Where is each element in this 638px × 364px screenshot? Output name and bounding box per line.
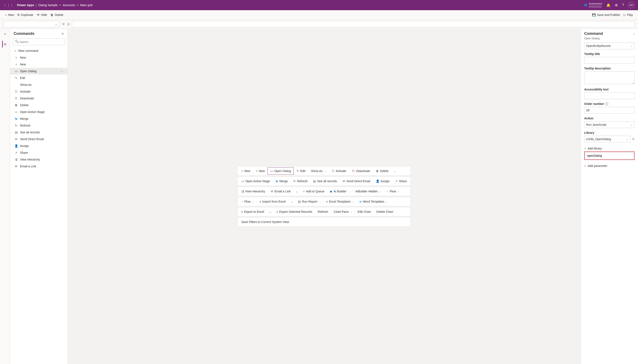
bar-button[interactable]: ▤See all records: [310, 178, 340, 185]
bar-button[interactable]: xExport to Excel: [239, 208, 267, 215]
bar-button[interactable]: +New: [239, 167, 253, 174]
environment-picker[interactable]: 🌐 Environment: [584, 2, 602, 8]
crumb-2[interactable]: Main grid: [80, 4, 93, 7]
chevron-down-icon: ⌄: [350, 211, 352, 213]
command-item[interactable]: ✉Email a Link: [10, 163, 67, 170]
edit-library-icon[interactable]: ✎: [632, 138, 634, 141]
bar-button[interactable]: Show As⌄: [308, 167, 329, 174]
bar-button[interactable]: ▤Run Report⌄: [295, 198, 323, 205]
app-launcher-icon[interactable]: ⋮⋮⋮: [2, 2, 15, 9]
bar-button-icon: ✉: [271, 190, 273, 193]
command-item[interactable]: ▭Open Active Stage: [10, 108, 67, 115]
bar-button[interactable]: 🗋Deactivate: [349, 167, 373, 174]
info-icon[interactable]: i: [605, 102, 608, 105]
bar-button[interactable]: ✉Send Direct Email: [340, 178, 373, 185]
more-icon[interactable]: ⋯: [60, 70, 63, 73]
order-number-input[interactable]: [584, 107, 634, 114]
bar-button[interactable]: xExcel Templates⌄: [323, 198, 357, 205]
command-item[interactable]: ↹Merge: [10, 115, 67, 122]
command-item[interactable]: +New: [10, 54, 67, 61]
command-item[interactable]: ✎Edit: [10, 74, 67, 81]
bar-button[interactable]: ~Flow⌄: [384, 188, 402, 195]
bar-button[interactable]: Save Filters to Current System View: [239, 218, 292, 226]
crumb-1[interactable]: Accounts: [63, 4, 75, 7]
bar-button[interactable]: xExport Selected Records: [274, 208, 315, 215]
formula-input[interactable]: [72, 21, 634, 28]
command-item[interactable]: 👤Assign: [10, 142, 67, 149]
bar-button[interactable]: 🗋Activate: [329, 167, 349, 174]
overflow-chevron[interactable]: ⌄: [267, 208, 274, 215]
properties-subtitle: Open Dialog: [581, 37, 638, 42]
command-item[interactable]: ↗Share: [10, 149, 67, 156]
icon-select[interactable]: OpenEntityRecord ⌄: [584, 42, 634, 49]
save-publish-button[interactable]: 💾Save and Publish: [590, 12, 622, 18]
command-item[interactable]: 🗋Activate: [10, 88, 67, 95]
bar-button[interactable]: ✉Email a Link: [268, 188, 294, 195]
bar-button[interactable]: 🗑Delete: [373, 167, 391, 174]
formula-bar: ⌄ = fx: [0, 20, 638, 29]
new-button[interactable]: +New: [4, 12, 16, 18]
play-icon: ▷: [623, 13, 626, 16]
library-select[interactable]: cr03b_OpenDialog ⌄: [584, 136, 630, 142]
bar-button[interactable]: Edit Chart: [355, 208, 374, 215]
settings-icon[interactable]: ⚙: [615, 3, 618, 7]
overflow-chevron[interactable]: ⌄: [391, 168, 398, 174]
command-item[interactable]: +New: [10, 61, 67, 68]
command-item[interactable]: ⇶View Hierarchy: [10, 156, 67, 163]
command-list: +New+New▭Open Dialog⋯✎EditShow As🗋Activa…: [10, 54, 67, 364]
command-item[interactable]: ▤See all records: [10, 129, 67, 136]
bar-button[interactable]: 👤Assign: [373, 178, 392, 185]
command-item[interactable]: ↻Refresh: [10, 122, 67, 129]
tree-view-icon[interactable]: ⊟: [2, 41, 8, 48]
property-selector[interactable]: ⌄: [4, 21, 59, 28]
bar-button[interactable]: ~Flow⌄: [239, 198, 257, 205]
hamburger-icon[interactable]: ≡: [2, 30, 8, 38]
command-item[interactable]: 🗑Delete: [10, 102, 67, 108]
add-library-button[interactable]: + Add library: [584, 146, 634, 152]
bar-button[interactable]: ↗Share: [392, 178, 409, 185]
bar-button[interactable]: ✎Edit: [294, 167, 308, 174]
action-select[interactable]: Run JavaScript ⌄: [584, 121, 634, 128]
bar-button[interactable]: ◆AI Builder⌄: [327, 188, 353, 195]
bar-button[interactable]: ▭Open Dialog: [268, 167, 294, 174]
bar-button[interactable]: Chart Pane⌄: [331, 208, 355, 215]
bar-button[interactable]: ⇶View Hierarchy: [239, 188, 268, 195]
play-button[interactable]: ▷Play: [622, 12, 634, 18]
help-icon[interactable]: ?: [622, 3, 624, 7]
command-item[interactable]: ✉Send Direct Email: [10, 136, 67, 142]
command-item-label: Share: [20, 151, 28, 154]
duplicate-button[interactable]: ⧉Duplicate: [16, 12, 35, 18]
search-input[interactable]: [13, 38, 65, 45]
command-item[interactable]: ▭Open Dialog⋯: [10, 68, 67, 74]
delete-button[interactable]: 🗑Delete: [49, 12, 65, 18]
tooltip-desc-input[interactable]: [584, 71, 634, 84]
close-icon[interactable]: ✕: [62, 32, 64, 36]
bar-button[interactable]: wWord Templates⌄: [357, 198, 390, 205]
overflow-chevron[interactable]: ⌄: [294, 188, 300, 195]
bar-button-icon: ▤: [298, 200, 301, 203]
bar-button[interactable]: AIBuilder Hidden⌄: [353, 188, 384, 195]
crumb-0[interactable]: Dialog Sample: [38, 4, 58, 7]
function-name-input[interactable]: [585, 152, 634, 159]
bar-button[interactable]: ↹Merge: [273, 178, 291, 185]
hide-button[interactable]: 👁Hide: [35, 12, 49, 18]
bar-button[interactable]: ▭Open Active Stage: [239, 178, 273, 185]
add-parameter-button[interactable]: + Add parameter: [584, 163, 634, 169]
bar-button[interactable]: Refresh: [315, 208, 331, 215]
bar-button-label: Open Dialog: [274, 169, 291, 173]
bar-button[interactable]: +New: [253, 167, 268, 174]
avatar[interactable]: SA: [628, 2, 634, 8]
properties-panel: Command › Open Dialog OpenEntityRecord ⌄…: [581, 29, 638, 364]
tooltip-title-input[interactable]: [584, 57, 634, 64]
bar-button[interactable]: ↻Refresh: [291, 178, 310, 185]
bar-button[interactable]: xImport from Excel: [257, 198, 288, 205]
bar-button[interactable]: Delete Chart: [374, 208, 396, 215]
notifications-icon[interactable]: 🔔: [606, 3, 610, 7]
command-item[interactable]: Show As: [10, 81, 67, 88]
accessibility-text-input[interactable]: [584, 92, 634, 99]
overflow-chevron[interactable]: ⌄: [288, 198, 295, 205]
bar-button[interactable]: +Add to Queue: [300, 188, 327, 195]
command-item[interactable]: 🗋Deactivate: [10, 95, 67, 102]
chevron-right-icon[interactable]: ›: [633, 32, 634, 36]
new-command-button[interactable]: + New command: [10, 47, 67, 54]
